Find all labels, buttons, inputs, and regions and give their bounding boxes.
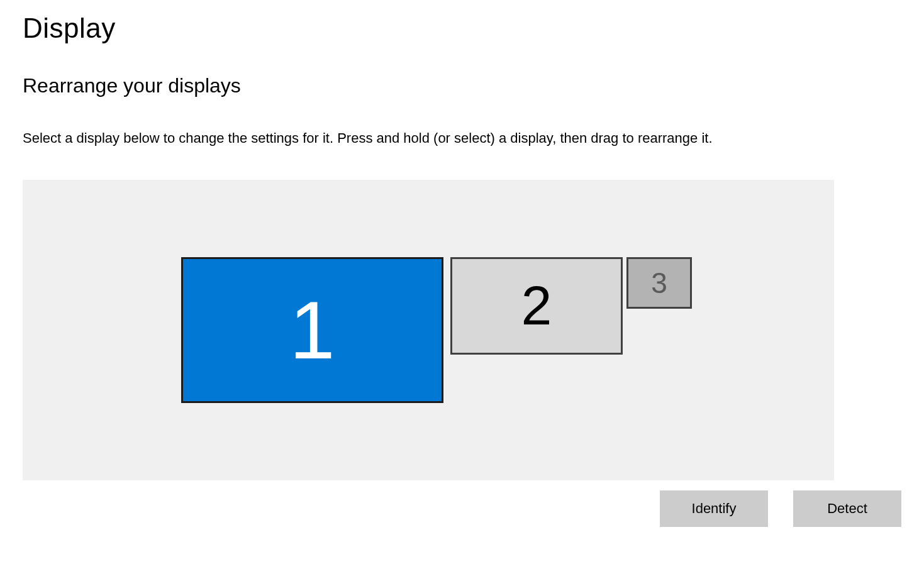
monitor-3[interactable]: 3 — [626, 257, 692, 309]
display-settings-page: Display Rearrange your displays Select a… — [0, 0, 924, 564]
monitor-2[interactable]: 2 — [450, 257, 623, 355]
display-arrangement-area[interactable]: 1 2 3 — [23, 180, 834, 480]
section-description: Select a display below to change the set… — [23, 129, 901, 148]
identify-button[interactable]: Identify — [660, 490, 768, 527]
monitor-1[interactable]: 1 — [181, 257, 443, 403]
detect-button[interactable]: Detect — [793, 490, 901, 527]
button-row: Identify Detect — [660, 490, 901, 527]
section-heading: Rearrange your displays — [23, 74, 901, 97]
page-title: Display — [23, 13, 901, 44]
